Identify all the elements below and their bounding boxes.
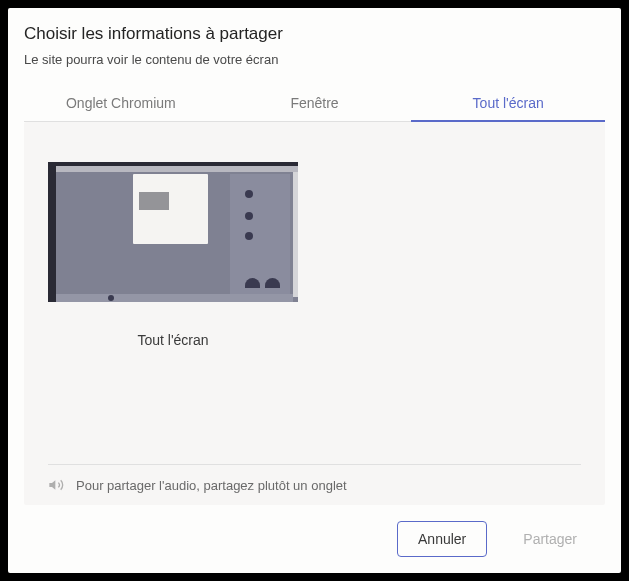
speaker-icon [48,477,64,493]
share-dialog: Choisir les informations à partager Le s… [8,8,621,573]
dialog-footer: Annuler Partager [24,521,605,557]
cancel-button[interactable]: Annuler [397,521,487,557]
tab-fullscreen[interactable]: Tout l'écran [411,85,605,121]
tab-window[interactable]: Fenêtre [218,85,412,121]
dialog-subtitle: Le site pourra voir le contenu de votre … [24,52,605,67]
content-area: Tout l'écran Pour partager l'audio, part… [24,122,605,505]
audio-hint-row: Pour partager l'audio, partagez plutôt u… [48,464,581,493]
screen-thumbnail [48,162,298,302]
screen-option[interactable]: Tout l'écran [48,146,298,348]
preview-section: Tout l'écran [48,146,581,464]
share-button: Partager [503,521,597,557]
tabs-bar: Onglet Chromium Fenêtre Tout l'écran [24,85,605,122]
screen-label: Tout l'écran [48,332,298,348]
dialog-title: Choisir les informations à partager [24,24,605,44]
tab-chromium[interactable]: Onglet Chromium [24,85,218,121]
audio-hint-text: Pour partager l'audio, partagez plutôt u… [76,478,347,493]
